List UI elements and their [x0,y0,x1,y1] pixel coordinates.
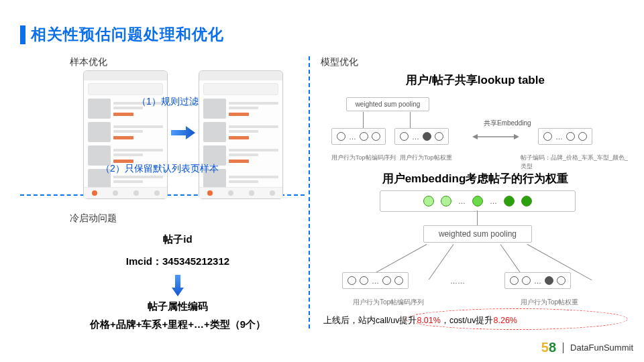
user-seq-embedding: … [331,128,386,145]
input-user-weight: … [504,272,571,289]
vertical-divider [309,56,310,328]
result-mid: ，cost/uv提升 [441,316,494,325]
overlay-keep-default: （2）只保留默认列表页样本 [101,163,219,175]
section-model-optimization: 模型优化 [321,56,358,68]
svg-marker-4 [514,134,519,139]
user-weight-embedding: … [394,128,449,145]
result-call-uv: 8.01% [417,316,440,325]
lookup-table-title: 用户/帖子共享lookup table [319,72,631,88]
result-prefix: 上线后，站内call/uv提升 [323,316,417,325]
conference-name: DataFunSummit [570,343,633,353]
embedding-title: 用户embedding考虑帖子的行为权重 [319,171,631,186]
caption-post-attr: 帖子编码：品牌_价格_车系_车型_颜色_类型 [521,154,631,171]
result-cost-uv: 8.26% [494,316,517,325]
model-optimization-panel: 用户/帖子共享lookup table weighted sum pooling… [319,72,631,312]
overlay-rule-filter: （1）规则过滤 [137,96,199,108]
output-row: …… [380,190,576,212]
input-user-seq: … [342,272,409,289]
encode-label: 帖子属性编码 [64,300,292,313]
page-title: 相关性预估问题处理和优化 [31,24,224,45]
logo-58: 58 [541,340,556,355]
phone-mock-before [83,70,168,199]
cold-start-block: 帖子id Imcid：345345212312 帖子属性编码 价格+品牌+车系+… [64,221,292,331]
result-line: 上线后，站内call/uv提升8.01%，cost/uv提升8.26% [323,315,632,326]
caption-user-seq: 用户行为Top帖编码序列 [331,154,396,162]
page-title-bar: 相关性预估问题处理和优化 [20,24,224,45]
svg-marker-1 [172,275,184,296]
section-sample-optimization: 样本优化 [70,56,107,68]
svg-marker-3 [472,134,478,139]
imcid-value: Imcid：345345212312 [64,255,292,268]
phone-mock-after [199,70,283,199]
footer: 58 DataFunSummit [541,340,633,355]
encode-detail: 价格+品牌+车系+里程+…+类型（9个） [64,318,292,331]
weighted-sum-pooling-box: weighted sum pooling [346,97,429,111]
weighted-sum-pooling-box-2: weighted sum pooling [423,225,532,243]
lookup-table-diagram: weighted sum pooling … … 用户行为Top帖编码序列 用户… [319,92,631,171]
arrow-right-icon [171,125,195,141]
double-arrow-icon [472,132,519,141]
caption-user-weight: 用户行为Top帖权重 [400,154,452,162]
post-attr-embedding: … [538,128,592,145]
share-embedding-label: 共享Embedding [484,119,531,128]
post-id-label: 帖子id [64,233,292,246]
embedding-weight-diagram: …… weighted sum pooling … …… … 用户行为Top帖编… [319,188,631,312]
title-marker [20,25,25,44]
caption-user-seq-2: 用户行为Top帖编码序列 [353,298,424,307]
svg-marker-0 [171,126,195,139]
arrow-down-icon [172,275,184,296]
caption-user-weight-2: 用户行为Top帖权重 [521,298,578,307]
